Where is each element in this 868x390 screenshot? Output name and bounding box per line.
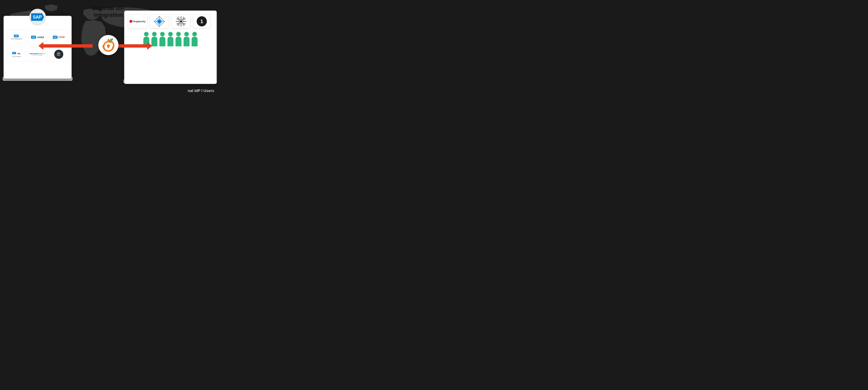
user-person-4 xyxy=(167,32,174,46)
svg-line-23 xyxy=(183,24,184,26)
ping-identity-logo: PingIdentity xyxy=(128,15,147,28)
user-person-6 xyxy=(184,32,189,46)
azure-diamond-svg xyxy=(154,16,165,27)
cloud-sap-badge: SAP xyxy=(12,52,16,54)
svg-line-25 xyxy=(184,23,185,24)
user-person-7 xyxy=(192,32,197,46)
svg-line-26 xyxy=(184,19,185,20)
user-person-2 xyxy=(151,32,157,46)
hana-label: HANA xyxy=(37,36,44,39)
svg-line-22 xyxy=(178,17,179,19)
azure-ad-logo xyxy=(150,15,169,28)
onelogin-logo: 1 xyxy=(193,15,211,28)
bottom-right-label: nal IdP / Users xyxy=(188,88,214,93)
svg-point-10 xyxy=(159,26,160,27)
svg-line-27 xyxy=(177,23,178,24)
okta-radial-svg xyxy=(175,16,187,27)
user-person-3 xyxy=(159,32,165,46)
sap-main-logo: SAP xyxy=(31,13,44,21)
svg-point-13 xyxy=(180,20,182,23)
svg-point-8 xyxy=(159,16,160,17)
person-head xyxy=(144,32,149,36)
orchesto-logo-svg xyxy=(100,37,117,53)
svg-line-29 xyxy=(178,24,179,26)
svg-rect-38 xyxy=(108,46,109,48)
ecc-sap-badge: SAP xyxy=(57,53,61,54)
arrow-left-svg xyxy=(38,41,94,51)
cloud-platform-logo-cell: SAP ☁ Cloud Platform xyxy=(7,47,26,62)
ping-brand-text: PingIdentity xyxy=(132,20,146,23)
ecc-circle-logo: SAP ECC xyxy=(54,50,63,59)
svg-line-28 xyxy=(183,17,184,19)
svg-marker-34 xyxy=(147,42,152,50)
svg-rect-31 xyxy=(41,44,93,48)
sf-sub-label: An SAP Company xyxy=(33,55,42,56)
netweaver-label: SAP NetWeaver xyxy=(11,38,22,40)
sap-main-logo-bubble: SAP xyxy=(29,9,46,25)
center-identity-hub-logo xyxy=(98,35,119,55)
svg-point-11 xyxy=(154,21,155,22)
hana-sap-badge: SAP xyxy=(31,36,36,39)
fiori-sap-badge: SAP xyxy=(53,36,58,39)
cloud-icon: ☁ xyxy=(17,51,21,55)
okta-logo xyxy=(171,15,191,28)
netweaver-sap-badge: SAP xyxy=(14,35,19,37)
ping-square-icon xyxy=(129,20,132,23)
svg-point-9 xyxy=(164,21,165,22)
page-title: External IdP Integration xyxy=(92,5,125,18)
fiori-label: FIORI xyxy=(59,36,65,38)
svg-marker-32 xyxy=(38,42,43,50)
idp-logos-row: PingIdentity xyxy=(128,15,213,28)
one-number-icon: 1 xyxy=(197,16,207,26)
sf-logo: successfactors™ xyxy=(30,53,45,55)
ecc-label: ECC xyxy=(57,54,60,56)
netweaver-logo-cell: SAP SAP NetWeaver xyxy=(7,30,26,45)
svg-line-24 xyxy=(177,19,178,20)
user-person-5 xyxy=(176,32,182,46)
cloud-platform-label: Cloud Platform xyxy=(12,56,21,58)
